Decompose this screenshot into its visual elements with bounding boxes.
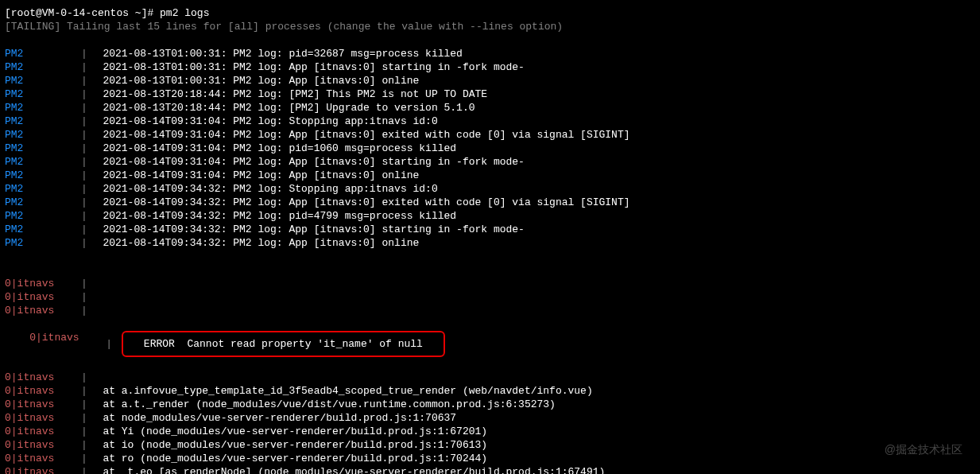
separator-pipe: | [81,142,87,155]
pm2-log-block: PM2| 2021-08-13T01:00:31: PM2 log: pid=3… [5,47,975,250]
error-log-line: 0|itnavs| at Yi (node_modules/vue-server… [5,425,975,438]
log-message: at a.t._render (node_modules/vue/dist/vu… [91,398,556,410]
blank-line [5,250,975,263]
blank-line [5,33,975,47]
log-message: 2021-08-14T09:31:04: PM2 log: Stopping a… [91,115,438,127]
pm2-log-line: PM2| 2021-08-14T09:34:32: PM2 log: App [… [5,223,975,236]
pm2-app-label: PM2 [5,196,81,209]
pm2-log-line: PM2| 2021-08-13T01:00:31: PM2 log: App [… [5,74,975,87]
error-log-line: 0|itnavs| at io (node_modules/vue-server… [5,438,975,452]
terminal-output: [root@VM-0-14-centos ~]# pm2 logs [TAILI… [5,6,975,474]
separator-pipe: | [81,452,87,465]
pm2-app-label: PM2 [5,209,81,223]
log-message: 2021-08-14T09:31:04: PM2 log: App [itnav… [91,169,419,181]
error-app-label: 0|itnavs [5,384,81,398]
blank-line [5,263,975,277]
log-message: 2021-08-13T01:00:31: PM2 log: App [itnav… [91,75,419,87]
separator-pipe: | [81,47,87,60]
separator-pipe: | [81,411,87,425]
pm2-app-label: PM2 [5,142,81,155]
log-message: at io (node_modules/vue-server-renderer/… [91,439,487,451]
pm2-app-label: PM2 [5,87,81,101]
error-log-line: 0|itnavs| [5,290,975,304]
separator-pipe: | [81,290,87,304]
separator-pipe: | [81,155,87,169]
separator-pipe: | [81,371,87,384]
pm2-app-label: PM2 [5,169,81,182]
separator-pipe: | [81,236,87,250]
log-message: 2021-08-13T01:00:31: PM2 log: App [itnav… [91,61,525,73]
log-message: 2021-08-13T01:00:31: PM2 log: pid=32687 … [91,48,463,60]
pm2-app-label: PM2 [5,47,81,60]
error-blank-lines: 0|itnavs|0|itnavs|0|itnavs| [5,277,975,317]
pm2-app-label: PM2 [5,101,81,115]
log-message: 2021-08-14T09:34:32: PM2 log: Stopping a… [91,183,438,195]
pm2-app-label: PM2 [5,128,81,142]
pm2-log-line: PM2| 2021-08-13T01:00:31: PM2 log: App [… [5,60,975,74]
separator-pipe: | [81,196,87,209]
log-message: 2021-08-14T09:34:32: PM2 log: App [itnav… [91,196,630,208]
separator-pipe: | [81,87,87,101]
separator-pipe: | [81,223,87,236]
pm2-app-label: PM2 [5,74,81,87]
error-app-label: 0|itnavs [5,371,81,384]
separator-pipe: | [81,398,87,411]
pm2-log-line: PM2| 2021-08-14T09:31:04: PM2 log: Stopp… [5,115,975,128]
separator-pipe: | [81,101,87,115]
pm2-app-label: PM2 [5,236,81,250]
pm2-app-label: PM2 [5,60,81,74]
separator-pipe: | [81,182,87,196]
error-app-label: 0|itnavs [5,465,81,474]
error-message: ERROR Cannot read property 'it_name' of … [138,338,429,350]
pm2-log-line: PM2| 2021-08-14T09:34:32: PM2 log: App [… [5,196,975,209]
pm2-log-line: PM2| 2021-08-13T20:18:44: PM2 log: [PM2]… [5,101,975,115]
stack-trace-block: 0|itnavs| at a.infovue_type_template_id_… [5,384,975,474]
separator-pipe: | [81,425,87,438]
error-app-label: 0|itnavs [5,452,81,465]
pm2-log-line: PM2| 2021-08-13T20:18:44: PM2 log: [PM2]… [5,87,975,101]
pm2-log-line: PM2| 2021-08-14T09:31:04: PM2 log: pid=1… [5,142,975,155]
pm2-app-label: PM2 [5,223,81,236]
error-log-line: 0|itnavs| at a.t._render (node_modules/v… [5,398,975,411]
error-highlight-line: 0|itnavs| ERROR Cannot read property 'it… [5,317,975,371]
error-app-label: 0|itnavs [5,398,81,411]
log-message: 2021-08-14T09:31:04: PM2 log: pid=1060 m… [91,142,456,154]
log-message: at a.infovue_type_template_id_3f5eadb4_s… [91,385,593,397]
log-message: at Yi (node_modules/vue-server-renderer/… [91,425,487,437]
separator-pipe: | [81,277,87,290]
log-message: 2021-08-13T20:18:44: PM2 log: [PM2] Upgr… [91,102,475,114]
separator-pipe: | [81,169,87,182]
separator-pipe: | [81,128,87,142]
pm2-log-line: PM2| 2021-08-14T09:34:32: PM2 log: pid=4… [5,209,975,223]
error-app-label: 0|itnavs [5,290,81,304]
error-log-line: 0|itnavs| at node_modules/vue-server-ren… [5,411,975,425]
error-log-line: 0|itnavs| at _t.eo [as renderNode] (node… [5,465,975,474]
pm2-app-label: PM2 [5,115,81,128]
separator-pipe: | [81,304,87,317]
error-app-label: 0|itnavs [5,425,81,438]
log-message: 2021-08-14T09:34:32: PM2 log: App [itnav… [91,237,419,249]
separator-pipe: | [81,115,87,128]
error-app-label: 0|itnavs [29,331,106,344]
separator-pipe: | [81,465,87,474]
error-app-label: 0|itnavs [5,304,81,317]
pm2-log-line: PM2| 2021-08-13T01:00:31: PM2 log: pid=3… [5,47,975,60]
separator-pipe: | [81,74,87,87]
pm2-app-label: PM2 [5,155,81,169]
error-after-blank: 0|itnavs| [5,371,975,384]
watermark: @掘金技术社区 [885,443,963,457]
error-highlight-box: ERROR Cannot read property 'it_name' of … [122,331,445,357]
separator-pipe: | [81,384,87,398]
separator-pipe: | [81,60,87,74]
pm2-app-label: PM2 [5,182,81,196]
log-message: 2021-08-14T09:31:04: PM2 log: App [itnav… [91,156,525,168]
separator-pipe: | [81,209,87,223]
prompt-line: [root@VM-0-14-centos ~]# pm2 logs [5,6,975,20]
separator-pipe: | [106,337,112,351]
error-log-line: 0|itnavs| [5,371,975,384]
pm2-log-line: PM2| 2021-08-14T09:31:04: PM2 log: App [… [5,155,975,169]
error-app-label: 0|itnavs [5,277,81,290]
pm2-log-line: PM2| 2021-08-14T09:34:32: PM2 log: App [… [5,236,975,250]
log-message: 2021-08-14T09:34:32: PM2 log: App [itnav… [91,223,525,235]
log-message: 2021-08-14T09:31:04: PM2 log: App [itnav… [91,129,630,141]
